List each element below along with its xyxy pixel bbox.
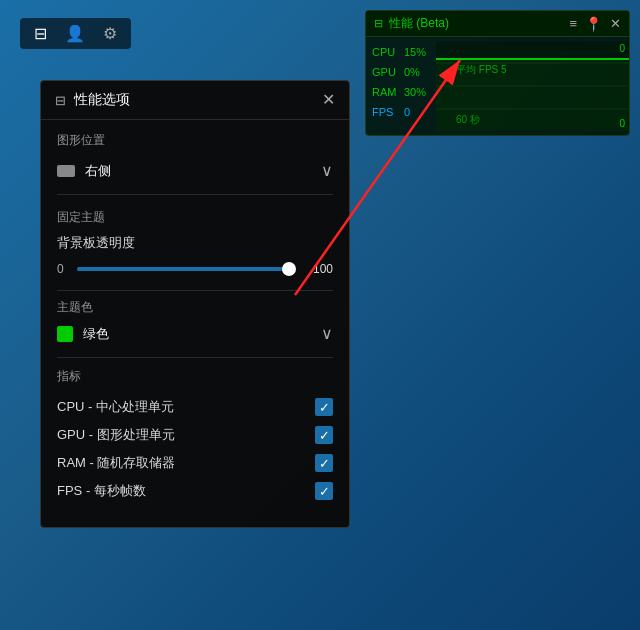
graph-position-dropdown[interactable]: 右侧 ∨ [57,157,333,184]
perf-titlebar: ⊟ 性能 (Beta) ≡ 📍 ✕ [366,11,629,37]
users-icon[interactable]: 👤 [65,24,85,43]
slider-min-label: 0 [57,262,69,276]
ram-value: 30% [404,86,426,98]
cpu-checkbox[interactable]: ✓ [315,398,333,416]
bg-opacity-label: 背景板透明度 [57,234,333,252]
cpu-label: CPU [372,46,400,58]
perf-titlebar-buttons: ≡ 📍 ✕ [569,17,621,31]
slider-max-label: 100 [303,262,333,276]
fps-value: 0 [404,106,410,118]
position-icon [57,165,75,177]
fps-label: FPS [372,106,400,118]
background-opacity-section: 固定主题 背景板透明度 0 100 [41,199,349,286]
gpu-indicator-text: GPU - 图形处理单元 [57,426,175,444]
perf-pin-btn[interactable]: 📍 [585,17,602,31]
theme-color-value: 绿色 [83,325,311,343]
gpu-label: GPU [372,66,400,78]
cpu-indicator-text: CPU - 中心处理单元 [57,398,174,416]
fps-metric-row: FPS 0 [372,103,430,121]
gpu-metric-row: GPU 0% [372,63,430,81]
divider-2 [57,290,333,291]
slider-thumb[interactable] [282,262,296,276]
ram-label: RAM [372,86,400,98]
gpu-check-icon: ✓ [319,429,330,442]
avg-fps-label: 平均 FPS 5 [456,63,507,77]
cpu-value: 15% [404,46,426,58]
graph-position-chevron: ∨ [321,161,333,180]
ram-checkbox[interactable]: ✓ [315,454,333,472]
theme-color-section: 主题色 绿色 ∨ [41,295,349,353]
pinned-theme-label: 固定主题 [57,209,333,226]
performance-panel: ⊟ 性能 (Beta) ≡ 📍 ✕ CPU 15% GPU 0% RAM 30%… [365,10,630,136]
ram-check-icon: ✓ [319,457,330,470]
slider-fill [77,267,295,271]
gear-icon[interactable]: ⚙ [103,24,117,43]
fps-check-icon: ✓ [319,485,330,498]
slider-row: 0 100 [57,262,333,276]
indicators-label: 指标 [57,368,333,385]
graph-top-value: 0 [619,43,625,54]
theme-color-chevron: ∨ [321,324,333,343]
perf-body: CPU 15% GPU 0% RAM 30% FPS 0 [366,37,629,135]
ram-indicator-text: RAM - 随机存取储器 [57,454,175,472]
fps-indicator-text: FPS - 每秒帧数 [57,482,146,500]
ram-metric-row: RAM 30% [372,83,430,101]
options-titlebar: ⊟ 性能选项 ✕ [41,81,349,120]
graph-bottom-value: 0 [619,118,625,129]
perf-graph-area: 平均 FPS 5 60 秒 0 0 [436,41,629,131]
gpu-value: 0% [404,66,420,78]
perf-labels: CPU 15% GPU 0% RAM 30% FPS 0 [366,41,436,131]
cpu-indicator-row: CPU - 中心处理单元 ✓ [57,393,333,421]
perf-title-icon: ⊟ [374,17,383,30]
monitor-icon[interactable]: ⊟ [34,24,47,43]
divider-3 [57,357,333,358]
theme-color-label: 主题色 [57,299,333,316]
fps-checkbox[interactable]: ✓ [315,482,333,500]
options-close-button[interactable]: ✕ [322,92,335,108]
indicators-section: 指标 CPU - 中心处理单元 ✓ GPU - 图形处理单元 ✓ RAM - 随… [41,362,349,511]
graph-position-label: 图形位置 [57,132,333,149]
ram-indicator-row: RAM - 随机存取储器 ✓ [57,449,333,477]
sixty-sec-label: 60 秒 [456,113,480,127]
options-title: 性能选项 [74,91,314,109]
options-title-icon: ⊟ [55,93,66,108]
perf-title: 性能 (Beta) [389,15,563,32]
color-swatch-green [57,326,73,342]
opacity-slider-track[interactable] [77,267,295,271]
graph-position-section: 图形位置 右侧 ∨ [41,120,349,190]
perf-close-btn[interactable]: ✕ [610,17,621,30]
cpu-check-icon: ✓ [319,401,330,414]
perf-menu-btn[interactable]: ≡ [569,17,577,30]
graph-position-value: 右侧 [85,162,311,180]
fps-indicator-row: FPS - 每秒帧数 ✓ [57,477,333,505]
theme-color-dropdown[interactable]: 绿色 ∨ [57,324,333,343]
mini-toolbar: ⊟ 👤 ⚙ [20,18,131,49]
gpu-indicator-row: GPU - 图形处理单元 ✓ [57,421,333,449]
options-panel: ⊟ 性能选项 ✕ 图形位置 右侧 ∨ 固定主题 背景板透明度 0 100 主题色 [40,80,350,528]
cpu-metric-row: CPU 15% [372,43,430,61]
gpu-checkbox[interactable]: ✓ [315,426,333,444]
divider-1 [57,194,333,195]
